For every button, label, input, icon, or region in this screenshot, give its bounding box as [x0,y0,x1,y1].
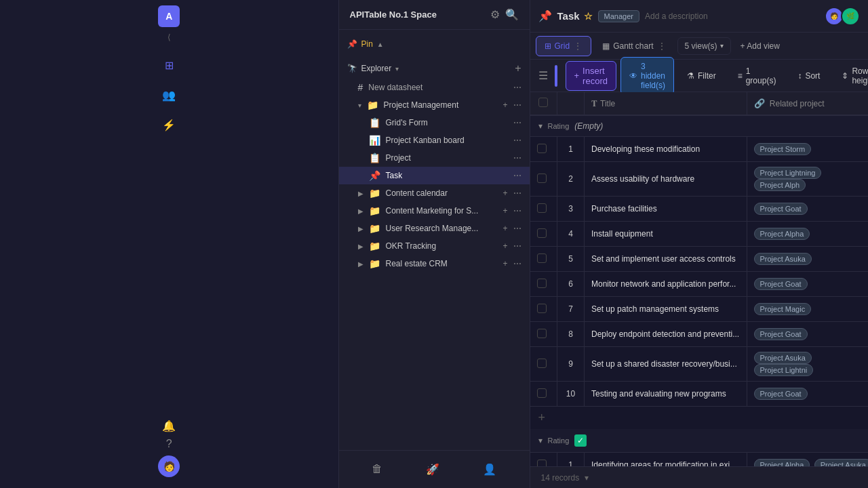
sidebar-item-user-research[interactable]: ▶ 📁 User Research Manage... + ⋯ [339,220,530,237]
row-title[interactable]: Install equipment [585,222,747,247]
col-related-project[interactable]: 🔗 Related project [747,92,868,115]
nav-icon-notification[interactable]: 🔔 [162,420,176,432]
row-projects[interactable]: Project Goat [747,382,868,407]
sidebar-item-project-management[interactable]: ▾ 📁 Project Management + ⋯ [339,96,530,114]
col-checkbox[interactable] [530,92,557,115]
row-title[interactable]: Deploy endpoint detection and preventi..… [585,322,747,347]
row-title[interactable]: Developing these modification [585,137,747,162]
group-toggle-icon[interactable]: ▾ [538,436,542,445]
nav-icon-grid[interactable]: ⊞ [157,53,181,77]
group-toggle-icon[interactable]: ▾ [538,121,542,131]
tab-gantt[interactable]: ▦ Gantt chart ⋮ [594,37,674,56]
row-title[interactable]: Monitor network and application perfor..… [585,272,747,297]
row-title[interactable]: Testing and evaluating new programs [585,382,747,407]
grid-tab-menu[interactable]: ⋮ [573,41,583,52]
hidden-fields-btn[interactable]: 👁 3 hidden field(s) [620,57,674,95]
workspace-settings-icon[interactable]: ⚙ [490,8,500,21]
table-row[interactable]: 6 Monitor network and application perfor… [530,272,869,297]
row-projects[interactable]: Project Goat [747,272,868,297]
add-item-btn[interactable]: + [502,206,507,216]
table-row[interactable]: 5 Set and implement user access controls… [530,247,869,272]
add-item-btn[interactable]: + [502,224,507,233]
item-menu-btn[interactable]: ⋯ [513,153,521,163]
nav-icon-automation[interactable]: ⚡ [157,113,181,137]
item-menu-btn[interactable]: ⋯ [513,206,521,216]
add-row[interactable]: + [530,407,869,430]
item-menu-btn[interactable]: ⋯ [513,171,521,180]
row-title[interactable]: Assess usability of hardware [585,162,747,197]
item-menu-btn[interactable]: ⋯ [513,136,521,145]
sidebar-item-project-kanban[interactable]: 📊 Project Kanban board ⋯ [339,131,530,149]
table-row[interactable]: 1 Identifying areas for modification in … [530,453,869,467]
row-projects[interactable]: Project Goat [747,197,868,222]
row-checkbox[interactable] [530,247,557,272]
table-row[interactable]: 1 Developing these modification Project … [530,137,869,162]
trash-icon[interactable]: 🗑 [368,459,387,480]
row-title[interactable]: Set up patch management systems [585,297,747,322]
sidebar-item-project[interactable]: 📋 Project ⋯ [339,149,530,167]
table-row[interactable]: 3 Purchase facilities Project Goat N Nik… [530,197,869,222]
collapse-btn[interactable]: ⟨ [167,33,171,42]
records-chevron[interactable]: ▾ [585,473,589,483]
row-checkbox[interactable] [530,322,557,347]
table-row[interactable]: 7 Set up patch management systems Projec… [530,297,869,322]
row-title[interactable]: Purchase facilities [585,197,747,222]
row-projects[interactable]: Project Asuka Project Lightni [747,347,868,382]
explorer-section[interactable]: 🔭 Explorer ▾ + [339,58,530,79]
add-item-btn[interactable]: + [502,100,507,110]
row-checkbox[interactable] [530,347,557,382]
row-projects[interactable]: Project Lightning Project Alph [747,162,868,197]
row-title[interactable]: Set up a shared disaster recovery/busi..… [585,347,747,382]
table-row[interactable]: 9 Set up a shared disaster recovery/busi… [530,347,869,382]
task-star-icon[interactable]: ☆ [584,11,593,22]
add-description[interactable]: Add a description [645,12,708,21]
row-projects[interactable]: Project Alpha Project Asuka [747,453,868,467]
add-row-icon[interactable]: + [538,411,546,424]
gantt-tab-menu[interactable]: ⋮ [657,41,667,52]
row-title[interactable]: Set and implement user access controls [585,247,747,272]
row-projects[interactable]: Project Asuka [747,247,868,272]
row-projects[interactable]: Project Goat [747,322,868,347]
item-menu-btn[interactable]: ⋯ [513,188,521,198]
sidebar-item-content-calendar[interactable]: ▶ 📁 Content calendar + ⋯ [339,184,530,202]
row-height-btn[interactable]: ⇕ Row height [833,62,868,90]
total-records[interactable]: 14 records ▾ [541,473,589,483]
tab-grid[interactable]: ⊞ Grid ⋮ [536,36,592,56]
sidebar-item-real-estate[interactable]: ▶ 📁 Real estate CRM + ⋯ [339,255,530,272]
item-actions[interactable]: ⋯ [513,83,521,92]
header-checkbox[interactable] [538,98,548,107]
row-checkbox[interactable] [530,197,557,222]
item-menu-btn[interactable]: ⋯ [513,118,521,127]
row-checkbox[interactable] [530,453,557,467]
undo-button[interactable]: ◀ [556,66,557,85]
item-menu-btn[interactable]: ⋯ [513,259,521,268]
add-explorer-btn[interactable]: + [515,62,521,75]
group-btn[interactable]: ≡ 1 group(s) [729,62,785,90]
item-menu-btn[interactable]: ⋯ [513,100,521,110]
row-title[interactable]: Identifying areas for modification in ex… [585,453,747,467]
sidebar-item-new-datasheet[interactable]: # New datasheet ⋯ [339,79,530,96]
add-item-btn[interactable]: + [502,241,507,251]
add-item-btn[interactable]: + [502,259,507,268]
row-projects[interactable]: Project Storm [747,137,868,162]
pin-section[interactable]: 📌 Pin ▲ [339,35,530,53]
row-checkbox[interactable] [530,297,557,322]
collapse-sidebar-btn[interactable]: ☰ [536,66,551,85]
row-checkbox[interactable] [530,162,557,197]
nav-icon-help[interactable]: ? [166,438,172,450]
sidebar-item-task[interactable]: 📌 Task ⋯ [339,167,530,184]
item-menu-btn[interactable]: ⋯ [513,241,521,251]
workspace-avatar[interactable]: A [158,5,180,27]
insert-record-btn[interactable]: + Insert record [566,61,616,91]
row-checkbox[interactable] [530,222,557,247]
row-checkbox[interactable] [530,382,557,407]
views-count-btn[interactable]: 5 view(s) ▾ [677,37,731,55]
table-row[interactable]: 10 Testing and evaluating new programs P… [530,382,869,407]
undo-redo-group[interactable]: ◀ ▶ [555,65,557,87]
table-row[interactable]: 8 Deploy endpoint detection and preventi… [530,322,869,347]
add-item-btn[interactable]: + [502,188,507,198]
add-view-btn[interactable]: + Add view [734,38,787,54]
filter-btn[interactable]: ⚗ Filter [678,66,725,85]
row-projects[interactable]: Project Magic [747,297,868,322]
sidebar-item-grids-form[interactable]: 📋 Grid's Form ⋯ [339,114,530,131]
